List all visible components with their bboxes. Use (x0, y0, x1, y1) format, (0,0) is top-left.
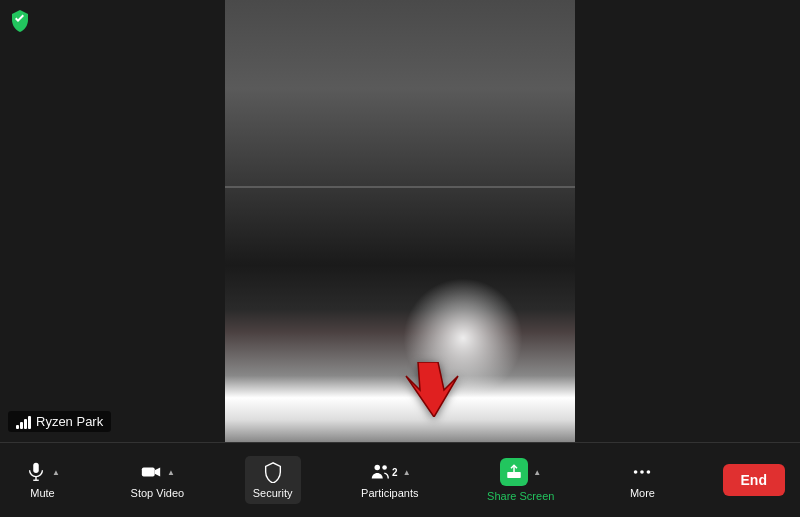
participants-icon-area: 2 ▲ (369, 461, 410, 483)
participants-caret[interactable]: ▲ (403, 468, 411, 477)
share-screen-icon-bg (500, 458, 528, 486)
participants-icon (369, 461, 391, 483)
video-feed (225, 0, 575, 442)
svg-point-11 (647, 470, 651, 474)
share-screen-icon-area: ▲ (500, 458, 541, 486)
stop-video-caret[interactable]: ▲ (167, 468, 175, 477)
more-icon-area (631, 461, 653, 483)
svg-point-10 (641, 470, 645, 474)
security-label: Security (253, 487, 293, 499)
svg-point-9 (634, 470, 638, 474)
share-screen-icon (505, 463, 523, 481)
security-button[interactable]: Security (245, 456, 301, 504)
share-screen-button[interactable]: ▲ Share Screen (479, 453, 562, 507)
participants-button[interactable]: 2 ▲ Participants (353, 456, 426, 504)
stop-video-label: Stop Video (131, 487, 185, 499)
svg-marker-0 (406, 362, 458, 417)
share-screen-caret[interactable]: ▲ (533, 468, 541, 477)
meeting-area: Ryzen Park (0, 0, 800, 442)
more-label: More (630, 487, 655, 499)
mute-icon-area: ▲ (25, 461, 60, 483)
participant-name-tag: Ryzen Park (8, 411, 111, 432)
participants-count: 2 (392, 467, 398, 478)
participant-name-text: Ryzen Park (36, 414, 103, 429)
right-panel (575, 0, 800, 442)
video-line (225, 186, 575, 188)
toolbar: ▲ Mute ▲ Stop Video (0, 442, 800, 517)
svg-marker-5 (155, 467, 161, 476)
end-button[interactable]: End (723, 464, 785, 496)
mic-icon (25, 461, 47, 483)
video-area (225, 0, 575, 442)
svg-point-7 (382, 465, 387, 470)
svg-point-6 (375, 465, 381, 471)
svg-rect-1 (33, 463, 39, 473)
left-panel: Ryzen Park (0, 0, 225, 442)
camera-icon (140, 461, 162, 483)
security-icon-area (262, 461, 284, 483)
shield-badge (8, 8, 32, 36)
signal-strength-icon (16, 415, 31, 429)
mute-caret[interactable]: ▲ (52, 468, 60, 477)
share-screen-label: Share Screen (487, 490, 554, 502)
mute-label: Mute (30, 487, 54, 499)
security-shield-icon (262, 461, 284, 483)
svg-rect-4 (142, 467, 155, 476)
stop-video-button[interactable]: ▲ Stop Video (123, 456, 193, 504)
more-button[interactable]: More (615, 456, 670, 504)
stop-video-icon-area: ▲ (140, 461, 175, 483)
zoom-app: Ryzen Park (0, 0, 800, 517)
participants-label: Participants (361, 487, 418, 499)
mute-button[interactable]: ▲ Mute (15, 456, 70, 504)
more-dots-icon (631, 461, 653, 483)
